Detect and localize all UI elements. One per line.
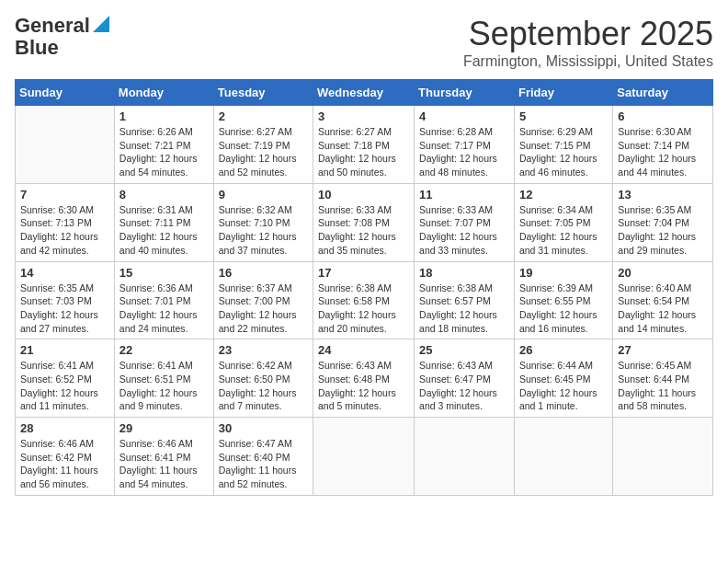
calendar-cell: 13Sunrise: 6:35 AMSunset: 7:04 PMDayligh…: [613, 183, 713, 261]
calendar-cell: 14Sunrise: 6:35 AMSunset: 7:03 PMDayligh…: [16, 261, 115, 339]
calendar-cell: 11Sunrise: 6:33 AMSunset: 7:07 PMDayligh…: [415, 183, 515, 261]
day-info: Sunrise: 6:44 AMSunset: 6:45 PMDaylight:…: [519, 359, 608, 413]
day-info: Sunrise: 6:43 AMSunset: 6:48 PMDaylight:…: [318, 359, 409, 413]
calendar-cell: 7Sunrise: 6:30 AMSunset: 7:13 PMDaylight…: [16, 183, 115, 261]
day-number: 15: [119, 266, 209, 280]
day-number: 26: [519, 343, 608, 357]
calendar-cell: 29Sunrise: 6:46 AMSunset: 6:41 PMDayligh…: [114, 418, 213, 496]
calendar-cell: 21Sunrise: 6:41 AMSunset: 6:52 PMDayligh…: [16, 339, 115, 418]
day-number: 19: [519, 266, 608, 280]
day-number: 6: [618, 109, 708, 123]
calendar-week-row: 28Sunrise: 6:46 AMSunset: 6:42 PMDayligh…: [16, 418, 713, 496]
day-info: Sunrise: 6:41 AMSunset: 6:51 PMDaylight:…: [119, 359, 209, 413]
day-info: Sunrise: 6:38 AMSunset: 6:58 PMDaylight:…: [318, 282, 409, 336]
svg-marker-0: [93, 16, 109, 32]
day-number: 9: [219, 188, 308, 201]
day-info: Sunrise: 6:39 AMSunset: 6:55 PMDaylight:…: [519, 282, 608, 336]
calendar-cell: 8Sunrise: 6:31 AMSunset: 7:11 PMDaylight…: [114, 183, 213, 261]
day-info: Sunrise: 6:45 AMSunset: 6:44 PMDaylight:…: [618, 359, 708, 413]
calendar-cell: 2Sunrise: 6:27 AMSunset: 7:19 PMDaylight…: [213, 106, 313, 184]
day-info: Sunrise: 6:35 AMSunset: 7:04 PMDaylight:…: [618, 203, 708, 258]
day-info: Sunrise: 6:27 AMSunset: 7:18 PMDaylight:…: [318, 125, 409, 179]
day-number: 11: [419, 188, 509, 201]
day-info: Sunrise: 6:37 AMSunset: 7:00 PMDaylight:…: [219, 282, 308, 336]
day-of-week-tuesday: Tuesday: [213, 80, 313, 106]
day-number: 22: [119, 343, 209, 357]
day-info: Sunrise: 6:34 AMSunset: 7:05 PMDaylight:…: [519, 203, 608, 258]
location: Farmington, Mississippi, United States: [463, 53, 713, 70]
day-info: Sunrise: 6:30 AMSunset: 7:14 PMDaylight:…: [618, 125, 708, 179]
day-info: Sunrise: 6:42 AMSunset: 6:50 PMDaylight:…: [219, 359, 308, 413]
day-number: 13: [618, 188, 708, 201]
day-number: 25: [419, 343, 509, 357]
day-number: 20: [618, 266, 708, 280]
calendar-week-row: 21Sunrise: 6:41 AMSunset: 6:52 PMDayligh…: [16, 339, 713, 418]
logo: General Blue: [15, 15, 109, 59]
calendar-cell: 19Sunrise: 6:39 AMSunset: 6:55 PMDayligh…: [514, 261, 612, 339]
day-info: Sunrise: 6:33 AMSunset: 7:08 PMDaylight:…: [318, 203, 409, 258]
calendar-cell: 6Sunrise: 6:30 AMSunset: 7:14 PMDaylight…: [613, 106, 713, 184]
title-section: September 2025 Farmington, Mississippi, …: [463, 15, 713, 70]
calendar-cell: 20Sunrise: 6:40 AMSunset: 6:54 PMDayligh…: [613, 261, 713, 339]
calendar-cell: 17Sunrise: 6:38 AMSunset: 6:58 PMDayligh…: [313, 261, 415, 339]
day-info: Sunrise: 6:30 AMSunset: 7:13 PMDaylight:…: [20, 203, 109, 258]
day-number: 5: [519, 109, 608, 123]
day-of-week-thursday: Thursday: [415, 80, 515, 106]
day-number: 10: [318, 188, 409, 201]
calendar-cell: [415, 418, 515, 496]
day-info: Sunrise: 6:38 AMSunset: 6:57 PMDaylight:…: [419, 282, 509, 336]
day-info: Sunrise: 6:46 AMSunset: 6:42 PMDaylight:…: [20, 437, 109, 491]
header: General Blue September 2025 Farmington, …: [15, 15, 713, 70]
day-number: 3: [318, 109, 409, 123]
calendar-header-row: SundayMondayTuesdayWednesdayThursdayFrid…: [16, 80, 713, 106]
day-number: 16: [219, 266, 308, 280]
calendar-cell: 1Sunrise: 6:26 AMSunset: 7:21 PMDaylight…: [114, 106, 213, 184]
calendar-cell: [514, 418, 612, 496]
calendar-cell: 30Sunrise: 6:47 AMSunset: 6:40 PMDayligh…: [213, 418, 313, 496]
day-number: 29: [119, 421, 209, 435]
calendar-cell: 16Sunrise: 6:37 AMSunset: 7:00 PMDayligh…: [213, 261, 313, 339]
calendar-cell: 28Sunrise: 6:46 AMSunset: 6:42 PMDayligh…: [16, 418, 115, 496]
day-info: Sunrise: 6:31 AMSunset: 7:11 PMDaylight:…: [119, 203, 209, 258]
day-of-week-saturday: Saturday: [613, 80, 713, 106]
calendar: SundayMondayTuesdayWednesdayThursdayFrid…: [15, 79, 713, 496]
day-info: Sunrise: 6:41 AMSunset: 6:52 PMDaylight:…: [20, 359, 109, 413]
calendar-week-row: 1Sunrise: 6:26 AMSunset: 7:21 PMDaylight…: [16, 106, 713, 184]
day-number: 1: [119, 109, 209, 123]
day-of-week-friday: Friday: [514, 80, 612, 106]
day-number: 28: [20, 421, 109, 435]
calendar-cell: 25Sunrise: 6:43 AMSunset: 6:47 PMDayligh…: [415, 339, 515, 418]
day-number: 27: [618, 343, 708, 357]
day-number: 17: [318, 266, 409, 280]
logo-blue: Blue: [15, 36, 59, 59]
calendar-cell: 10Sunrise: 6:33 AMSunset: 7:08 PMDayligh…: [313, 183, 415, 261]
calendar-cell: 24Sunrise: 6:43 AMSunset: 6:48 PMDayligh…: [313, 339, 415, 418]
calendar-cell: 23Sunrise: 6:42 AMSunset: 6:50 PMDayligh…: [213, 339, 313, 418]
day-number: 7: [20, 188, 109, 201]
calendar-cell: 12Sunrise: 6:34 AMSunset: 7:05 PMDayligh…: [514, 183, 612, 261]
day-info: Sunrise: 6:27 AMSunset: 7:19 PMDaylight:…: [219, 125, 308, 179]
logo-icon: [93, 16, 109, 32]
calendar-cell: [313, 418, 415, 496]
day-of-week-monday: Monday: [114, 80, 213, 106]
day-info: Sunrise: 6:40 AMSunset: 6:54 PMDaylight:…: [618, 282, 708, 336]
calendar-week-row: 14Sunrise: 6:35 AMSunset: 7:03 PMDayligh…: [16, 261, 713, 339]
calendar-cell: 15Sunrise: 6:36 AMSunset: 7:01 PMDayligh…: [114, 261, 213, 339]
day-number: 21: [20, 343, 109, 357]
calendar-cell: 4Sunrise: 6:28 AMSunset: 7:17 PMDaylight…: [415, 106, 515, 184]
day-number: 30: [219, 421, 308, 435]
calendar-cell: 5Sunrise: 6:29 AMSunset: 7:15 PMDaylight…: [514, 106, 612, 184]
day-number: 24: [318, 343, 409, 357]
day-number: 4: [419, 109, 509, 123]
day-number: 14: [20, 266, 109, 280]
logo-general: General: [15, 15, 90, 37]
day-number: 12: [519, 188, 608, 201]
day-number: 18: [419, 266, 509, 280]
day-number: 23: [219, 343, 308, 357]
calendar-cell: 22Sunrise: 6:41 AMSunset: 6:51 PMDayligh…: [114, 339, 213, 418]
day-of-week-wednesday: Wednesday: [313, 80, 415, 106]
calendar-cell: 18Sunrise: 6:38 AMSunset: 6:57 PMDayligh…: [415, 261, 515, 339]
calendar-cell: 9Sunrise: 6:32 AMSunset: 7:10 PMDaylight…: [213, 183, 313, 261]
day-info: Sunrise: 6:32 AMSunset: 7:10 PMDaylight:…: [219, 203, 308, 258]
calendar-cell: 3Sunrise: 6:27 AMSunset: 7:18 PMDaylight…: [313, 106, 415, 184]
